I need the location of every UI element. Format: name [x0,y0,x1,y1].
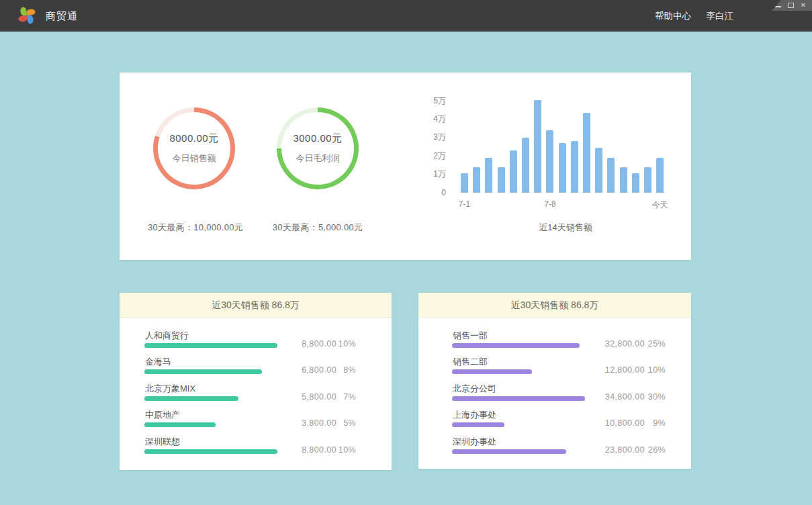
logo-petal-green [20,7,27,16]
sales-bar [510,150,517,193]
rank-row-label: 深圳办事处 [453,437,496,447]
rank-row-percent: 26% [639,445,666,455]
rank-row-label: 销售一部 [453,330,488,341]
sales-bar [571,141,578,193]
dept-rank-card: 近30天销售额 86.8万 销售一部32,800.0025%销售二部12,800… [418,293,691,469]
window-maximize-icon[interactable] [787,2,794,9]
rank-row[interactable]: 深圳联想8,800.0010% [144,437,392,458]
today-sales-caption: 今日销售额 [173,152,216,165]
x-tick-label: 7-8 [544,199,555,209]
topbar: 商贸通 帮助中心 李白江 ✕ [0,0,812,32]
help-center-link[interactable]: 帮助中心 [655,0,691,32]
rank-row-bar [144,449,277,454]
today-sales-donut: 8000.00元 今日销售额 [153,107,235,189]
rank-row-value: 32,800.00 [578,338,645,349]
rank-row-bar [144,343,277,348]
window-minimize-icon[interactable] [774,2,781,9]
rank-row-value: 6,800.00 [269,365,336,375]
rank-row-value: 23,800.00 [578,445,645,455]
sales-bar [485,158,492,193]
sales-bar [473,167,480,193]
rank-row[interactable]: 深圳办事处23,800.0026% [452,437,691,458]
sales-bar [644,167,651,193]
rank-row[interactable]: 金海马6,800.008% [144,357,392,378]
app-window: 商贸通 帮助中心 李白江 ✕ 8000.00元 今日销售额 3000.00元 今… [0,0,812,505]
rank-row-value: 10,800.00 [578,418,645,428]
sales-bar [522,138,529,193]
sales-x-axis: 7-17-8今天 [461,199,670,210]
y-tick-label: 2万 [402,151,446,161]
rank-row-percent: 25% [639,338,666,349]
rank-row[interactable]: 北京万象MIX5,800.007% [144,383,392,405]
x-tick-label: 7-1 [459,199,470,209]
x-tick-label: 今天 [652,199,668,211]
today-sales-donut-hole: 8000.00元 今日销售额 [158,112,230,185]
rank-row-label: 金海马 [145,357,171,367]
rank-row-percent: 8% [329,365,356,375]
rank-row-bar [452,449,566,454]
rank-row-value: 8,800.00 [269,338,336,349]
rank-row-bar [452,369,532,374]
y-tick-label: 0 [402,188,446,198]
sales-bar [632,173,639,193]
window-controls: ✕ [772,0,812,11]
rank-row-label: 北京万象MIX [145,383,195,394]
sales-bar [534,100,541,193]
sales-bar [607,158,615,193]
user-name-link[interactable]: 李白江 [707,0,734,32]
customer-rank-rows: 人和商贸行8,800.0010%金海马6,800.008%北京万象MIX5,80… [144,293,392,470]
rank-row-label: 销售二部 [453,357,488,367]
dept-rank-rows: 销售一部32,800.0025%销售二部12,800.0010%北京分公司34,… [452,293,691,469]
rank-row-percent: 5% [329,418,356,428]
profit-30day-max: 30天最高：5,000.00元 [249,222,386,234]
rank-row-label: 中原地产 [145,410,180,420]
rank-row-bar [144,422,216,427]
sales-bar [595,148,602,193]
y-tick-label: 4万 [402,114,446,124]
rank-row-percent: 10% [639,365,666,375]
rank-row-value: 12,800.00 [578,365,645,375]
rank-row[interactable]: 北京分公司34,800.0030% [452,383,691,405]
rank-row-bar [144,396,238,401]
sales-bar [559,143,566,193]
sales-bar [583,113,590,193]
rank-row-percent: 10% [329,445,356,455]
sales-bar [461,173,468,193]
app-logo-icon [18,7,36,24]
today-profit-caption: 今日毛利润 [296,152,340,165]
rank-row[interactable]: 销售一部32,800.0025% [452,330,691,352]
sales-30day-max: 30天最高：10,000.00元 [127,222,264,234]
rank-row-value: 5,800.00 [269,392,336,402]
rank-row-percent: 7% [329,392,356,402]
y-tick-label: 3万 [402,132,446,142]
rank-row-bar [452,422,504,427]
logo-petal-orange [26,9,36,15]
rank-row-value: 3,800.00 [269,418,336,428]
app-title: 商贸通 [46,0,78,32]
sales-chart-caption: 近14天销售额 [461,222,670,234]
rank-row[interactable]: 上海办事处10,800.009% [452,410,691,431]
today-profit-donut: 3000.00元 今日毛利润 [277,107,359,189]
sales-y-axis: 01万2万3万4万5万 [402,73,446,260]
sales-bar-plot [461,95,670,193]
rank-row-label: 人和商贸行 [145,330,189,341]
rank-row-percent: 10% [329,338,356,349]
rank-row-percent: 9% [639,418,666,428]
rank-row-label: 北京分公司 [453,383,496,394]
customer-rank-card: 近30天销售额 86.8万 人和商贸行8,800.0010%金海马6,800.0… [120,293,392,470]
y-tick-label: 1万 [402,169,446,179]
sales-bar [498,167,505,193]
rank-row[interactable]: 中原地产3,800.005% [144,410,392,431]
rank-row-bar [452,396,585,401]
logo-petal-red [18,15,28,22]
today-profit-value: 3000.00元 [293,132,342,145]
rank-row-percent: 30% [639,392,666,402]
rank-row[interactable]: 人和商贸行8,800.0010% [144,330,392,352]
y-tick-label: 5万 [402,96,446,106]
overview-card: 8000.00元 今日销售额 3000.00元 今日毛利润 30天最高：10,0… [120,73,691,260]
sales-bar [546,130,553,193]
rank-row[interactable]: 销售二部12,800.0010% [452,357,691,378]
sales-bar [620,167,627,193]
rank-row-label: 深圳联想 [145,437,180,447]
window-close-icon[interactable]: ✕ [800,2,807,9]
